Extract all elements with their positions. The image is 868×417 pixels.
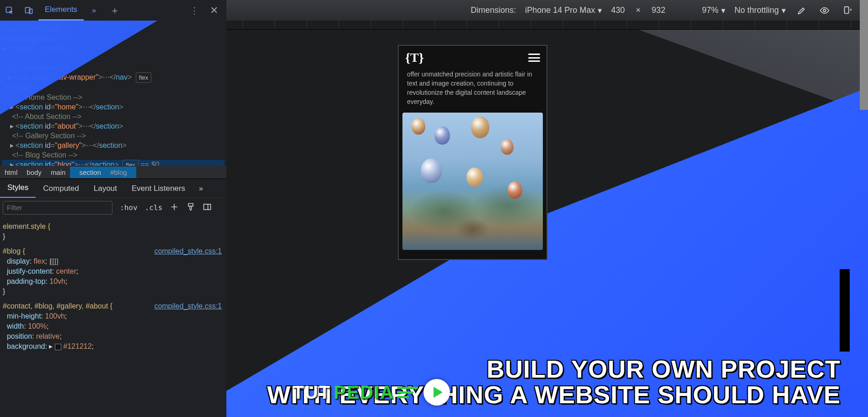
devtools-menu-icon[interactable]: ⋮ [190, 5, 199, 16]
chevron-down-icon: ▾ [721, 5, 725, 16]
play-icon[interactable] [423, 379, 450, 406]
chevron-down-icon: ▾ [598, 5, 602, 16]
filter-input[interactable] [3, 201, 113, 215]
phone-preview: {T} offer unmatched precision and artist… [398, 45, 547, 260]
devtools-close-icon[interactable]: ✕ [210, 5, 218, 16]
source-link[interactable]: compiled_style.css:1 [154, 246, 222, 256]
dimensions-label: Dimensions: [471, 5, 516, 15]
device-toolbar: Dimensions: iPhone 14 Pro Max ▾ 430 × 93… [226, 0, 868, 21]
ruler [226, 21, 860, 30]
width-input[interactable]: 430 [611, 5, 625, 15]
tab-styles[interactable]: Styles [0, 179, 36, 198]
throttling-select[interactable]: No throttling ▾ [734, 5, 786, 16]
decor-bar [840, 269, 850, 352]
new-rule-icon[interactable] [170, 202, 179, 213]
hov-button[interactable]: :hov [120, 203, 138, 212]
inspect-icon[interactable] [2, 3, 17, 18]
styles-toolbar: :hov .cls [0, 198, 226, 217]
svg-rect-5 [204, 204, 211, 210]
tabs-overflow-icon[interactable]: » [92, 6, 96, 15]
blog-text: offer unmatched precision and artistic f… [399, 70, 547, 113]
rotate-icon[interactable] [842, 5, 852, 16]
site-logo[interactable]: {T} [405, 50, 424, 65]
device-select[interactable]: iPhone 14 Pro Max ▾ [525, 5, 602, 16]
styles-rules[interactable]: element.style { } compiled_style.css:1#b… [0, 217, 226, 417]
height-input[interactable]: 932 [652, 5, 665, 15]
tab-layout[interactable]: Layout [86, 179, 124, 198]
tab-elements[interactable]: Elements [38, 0, 84, 21]
chevron-down-icon: ▾ [782, 5, 786, 16]
styles-subtabs: Styles Computed Layout Event Listeners » [0, 179, 226, 198]
crumb-html[interactable]: html [0, 167, 22, 178]
blog-image [402, 113, 543, 250]
tab-event-listeners[interactable]: Event Listeners [124, 179, 193, 198]
svg-rect-4 [845, 6, 849, 13]
source-link[interactable]: compiled_style.css:1 [154, 301, 222, 311]
eye-icon[interactable] [820, 5, 830, 16]
tab-computed[interactable]: Computed [36, 179, 86, 198]
devtools-tabbar: Elements » ＋ ⋮ ✕ [0, 0, 226, 21]
cls-button[interactable]: .cls [145, 203, 163, 212]
channel-logo: TUT PEDIA [293, 379, 450, 406]
zoom-select[interactable]: 97% ▾ [702, 5, 725, 16]
new-tab-icon[interactable]: ＋ [110, 4, 120, 17]
breadcrumb[interactable]: html body main section#blog [0, 166, 226, 179]
elements-panel[interactable]: <!DOCTYPE html> <html lang="en"> ▸<head>… [0, 21, 226, 178]
crumb-section-blog[interactable]: section#blog [70, 167, 136, 178]
brush-icon[interactable] [186, 202, 195, 213]
page-scrollbar[interactable] [860, 0, 868, 110]
eyedropper-icon[interactable] [797, 5, 807, 16]
panel-icon[interactable] [203, 202, 212, 213]
subtabs-overflow-icon[interactable]: » [199, 184, 203, 193]
svg-point-3 [823, 9, 826, 12]
crumb-main[interactable]: main [46, 167, 70, 178]
device-toggle-icon[interactable] [21, 3, 37, 18]
dimension-x: × [636, 5, 641, 15]
menu-icon[interactable] [528, 54, 540, 62]
speed-lines-icon [397, 387, 418, 398]
flex-icon[interactable] [50, 259, 58, 265]
color-swatch[interactable] [55, 344, 61, 350]
crumb-body[interactable]: body [22, 167, 46, 178]
